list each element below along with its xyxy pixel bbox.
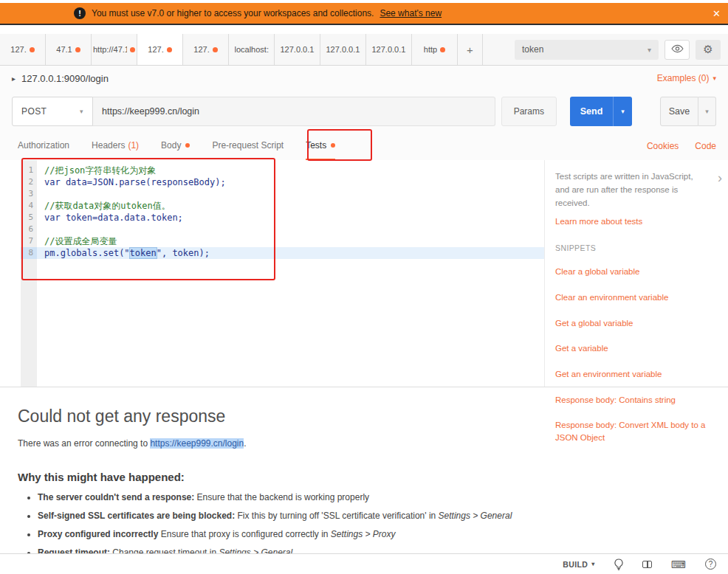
request-tab[interactable]: localhost: [229, 34, 275, 65]
snippet-link[interactable]: Get an environment variable [555, 368, 712, 381]
snippets-panel: › Test scripts are written in JavaScript… [544, 160, 728, 387]
tab-body[interactable]: Body [161, 132, 190, 160]
code-line[interactable]: 4 //获取data对象的utoken值。 [0, 200, 544, 212]
send-button[interactable]: Send [570, 97, 613, 126]
snippet-link[interactable]: Clear an environment variable [555, 291, 712, 304]
snippet-link[interactable]: Get a variable [555, 342, 712, 355]
code-line[interactable]: 3 [0, 188, 544, 200]
request-tab[interactable]: 127. [183, 34, 229, 65]
code-text [37, 224, 544, 235]
collapse-panel-icon[interactable]: › [718, 170, 722, 186]
editor-margin [0, 247, 21, 259]
toolbar-right: token ▾ ⚙ [515, 34, 728, 65]
cookies-link[interactable]: Cookies [647, 141, 679, 151]
code-segment: ", token); [157, 248, 210, 258]
tab-label: Body [161, 140, 181, 151]
tab-label: localhost: [235, 45, 269, 54]
tab-label: 127.0.0.1: [372, 45, 406, 54]
close-icon[interactable]: ✕ [712, 8, 721, 19]
code-line[interactable]: 5 var token=data.data.token; [0, 212, 544, 224]
snippet-link[interactable]: Clear a global variable [555, 266, 712, 278]
tab-tests[interactable]: Tests [306, 132, 335, 160]
save-button-group: Save ▾ [660, 97, 716, 126]
snippet-link[interactable]: Response body: Contains string [555, 394, 712, 407]
tab-label: Headers [92, 140, 125, 151]
tests-editor[interactable]: 1 //把json字符串转化为对象 2 var data=JSON.parse(… [0, 160, 544, 387]
tab-label: 47.1 [56, 45, 72, 54]
request-tab[interactable]: 127.0.0.1: [320, 34, 366, 65]
examples-dropdown[interactable]: Examples (0) ▾ [657, 73, 716, 83]
snippet-link[interactable]: Get a global variable [555, 317, 712, 330]
line-number: 3 [21, 188, 37, 200]
code-segment: pm.globals.set(" [44, 248, 130, 258]
code-text: var token=data.data.token; [37, 212, 544, 224]
code-line-active[interactable]: 8 pm.globals.set("token", token); [0, 247, 544, 259]
params-button[interactable]: Params [501, 97, 557, 126]
content-dot [331, 143, 335, 148]
tab-label: 127. [10, 45, 26, 54]
save-button[interactable]: Save [660, 97, 698, 126]
tab-label: Authorization [18, 140, 69, 151]
tab-label: 127.0.0.1: [326, 45, 360, 54]
code-line[interactable]: 7 //设置成全局变量 [0, 235, 544, 247]
environment-selector[interactable]: token ▾ [515, 40, 659, 60]
code-link[interactable]: Code [695, 141, 716, 151]
error-text: There was an error connecting to [18, 438, 150, 449]
request-tab[interactable]: 127.0.0.1: [366, 34, 412, 65]
method-selector[interactable]: POST ▾ [12, 97, 93, 126]
error-url-link[interactable]: https://keep999.cn/login [150, 438, 244, 449]
request-tab[interactable]: http://47.1 [92, 34, 137, 65]
request-tab[interactable]: 127.0.0.1: [275, 34, 320, 65]
code-line[interactable]: 6 [0, 224, 544, 235]
request-tabs-row: Authorization Headers (1) Body Pre-reque… [0, 132, 728, 160]
request-title-row: ▸ 127.0.0.1:9090/login Examples (0) ▾ [0, 66, 728, 91]
line-number: 7 [21, 235, 37, 247]
request-tab-active[interactable]: 127. [137, 34, 183, 65]
code-line[interactable]: 1 //把json字符串转化为对象 [0, 165, 544, 176]
reason-bold: Self-signed SSL certificates are being b… [38, 511, 235, 521]
request-tab[interactable]: http [412, 34, 458, 65]
tab-authorization[interactable]: Authorization [18, 132, 69, 160]
url-input[interactable] [93, 97, 495, 126]
two-pane-layout-icon[interactable] [642, 561, 652, 568]
tab-headers[interactable]: Headers (1) [92, 132, 139, 160]
modified-dot [440, 47, 445, 52]
collapse-caret-icon[interactable]: ▸ [12, 75, 16, 83]
tab-label: 127. [148, 45, 163, 54]
editor-margin [0, 188, 21, 200]
save-options-button[interactable]: ▾ [698, 97, 716, 126]
new-tab-button[interactable]: + [458, 34, 483, 65]
settings-button[interactable]: ⚙ [696, 40, 721, 60]
keyboard-shortcuts-icon[interactable]: ⌨ [671, 559, 686, 570]
spacer [0, 25, 728, 34]
request-tab[interactable]: 127. [0, 34, 46, 65]
why-heading: Why this might have happened: [18, 471, 710, 483]
tab-pre-request-script[interactable]: Pre-request Script [212, 132, 284, 160]
list-item: Self-signed SSL certificates are being b… [38, 511, 710, 521]
help-icon[interactable]: ? [705, 559, 716, 570]
modified-dot [167, 47, 172, 52]
send-options-button[interactable]: ▾ [613, 97, 632, 126]
snippet-link[interactable]: Response body: Convert XML body to a JSO… [555, 419, 712, 443]
reason-italic: Settings > General [439, 511, 512, 521]
chevron-down-icon: ▾ [591, 561, 594, 567]
code-text: pm.globals.set("token", token); [37, 247, 544, 259]
build-selector[interactable]: BUILD ▾ [563, 560, 595, 569]
update-banner: ! You must use v7.0 or higher to access … [0, 3, 728, 25]
tab-label: 127.0.0.1: [281, 45, 315, 54]
see-whats-new-link[interactable]: See what's new [380, 8, 442, 18]
learn-more-link[interactable]: Learn more about tests [555, 217, 718, 226]
tab-label: http://47.1 [93, 45, 127, 54]
code-text: //设置成全局变量 [37, 235, 544, 247]
code-line[interactable]: 2 var data=JSON.parse(responseBody); [0, 176, 544, 188]
eye-icon [671, 43, 684, 56]
environment-quicklook-button[interactable] [665, 40, 690, 60]
tab-label: 127. [193, 45, 209, 54]
request-tab[interactable]: 47.1 [46, 34, 92, 65]
bootcamp-bulb-icon[interactable] [614, 559, 623, 570]
modified-dot [213, 47, 218, 52]
chevron-down-icon: ▾ [705, 108, 709, 115]
editor-margin [0, 176, 21, 188]
error-text: . [244, 438, 246, 449]
line-number: 2 [21, 176, 37, 188]
